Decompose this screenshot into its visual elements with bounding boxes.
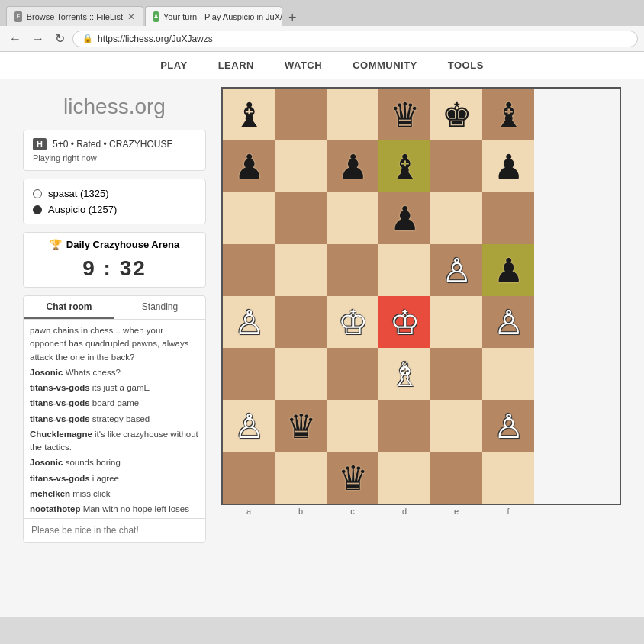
chess-square[interactable] — [223, 348, 275, 400]
back-button[interactable]: ← — [6, 31, 24, 47]
chess-piece: ♙ — [234, 407, 264, 446]
chess-square[interactable]: ♝ — [378, 140, 430, 192]
chess-square[interactable]: ♚ — [430, 89, 482, 140]
chess-square[interactable]: ♛ — [327, 452, 378, 504]
chess-square[interactable] — [223, 192, 275, 244]
chess-square[interactable] — [430, 192, 482, 244]
tab-favicon-filelist: F — [14, 11, 22, 22]
reload-button[interactable]: ↻ — [52, 30, 68, 47]
nav-play[interactable]: PLAY — [160, 60, 187, 71]
tab-filelist[interactable]: F Browse Torrents :: FileList ✕ — [6, 6, 143, 26]
playing-now: Playing right now — [33, 153, 196, 163]
chess-square[interactable]: ♔ — [378, 296, 430, 348]
chess-square[interactable] — [275, 192, 327, 244]
chess-square[interactable] — [275, 296, 327, 348]
chess-piece: ♙ — [234, 303, 264, 342]
chat-messages[interactable]: pawn chains in chess... when your oppone… — [24, 320, 205, 518]
chess-square[interactable] — [378, 244, 430, 296]
coord-b: b — [275, 505, 327, 516]
chess-square[interactable]: ♔ — [327, 296, 378, 348]
chess-piece: ♝ — [234, 95, 264, 134]
chess-square[interactable] — [327, 400, 378, 452]
arena-title: 🏆 Daily Crazyhouse Arena — [33, 239, 196, 250]
list-item: mchelken miss click — [30, 488, 199, 501]
board-coords-bottom: a b c d e f — [221, 505, 621, 516]
chess-square[interactable] — [275, 140, 327, 192]
tab-label-lichess: Your turn - Play Auspicio in JuX/A... — [163, 12, 282, 21]
chess-square[interactable]: ♟ — [482, 140, 534, 192]
chess-square[interactable] — [482, 348, 534, 400]
chess-square[interactable]: ♙ — [430, 244, 482, 296]
chess-piece: ♝ — [494, 95, 523, 134]
chess-square[interactable]: ♟ — [378, 192, 430, 244]
nav-learn[interactable]: LEARN — [218, 60, 254, 71]
game-badge: H — [33, 138, 47, 150]
coord-d: d — [378, 505, 430, 516]
chess-square[interactable]: ♙ — [223, 296, 275, 348]
players-box: spasat (1325) Auspicio (1257) — [23, 179, 206, 224]
chess-square[interactable] — [275, 348, 327, 400]
forward-button[interactable]: → — [29, 31, 47, 47]
chess-square[interactable] — [275, 89, 327, 140]
chess-square[interactable]: ♟ — [223, 140, 275, 192]
chess-square[interactable]: ♝ — [223, 89, 275, 140]
chess-square[interactable]: ♛ — [275, 400, 327, 452]
chess-square[interactable] — [430, 296, 482, 348]
new-tab-button[interactable]: + — [284, 10, 301, 26]
chess-square[interactable] — [327, 244, 378, 296]
tab-lichess[interactable]: ♟ Your turn - Play Auspicio in JuX/A... … — [145, 6, 282, 26]
chess-piece: ♛ — [390, 95, 420, 134]
board-section: ♝♛♚♝♟♟♝♟♟♙♟♙♔♔♙♗♙♛♙♛ a b c d e f — [221, 87, 621, 603]
chess-square[interactable] — [482, 192, 534, 244]
nav-tools[interactable]: TOOLS — [448, 60, 484, 71]
nav-watch[interactable]: WATCH — [285, 60, 322, 71]
chess-square[interactable]: ♛ — [378, 89, 430, 140]
chess-square[interactable] — [430, 348, 482, 400]
chess-piece: ♟ — [338, 147, 368, 186]
player-dot-white — [33, 189, 42, 198]
nav-community[interactable]: COMMUNITY — [353, 60, 417, 71]
chess-piece: ♚ — [442, 95, 472, 134]
chess-piece: ♔ — [390, 303, 420, 342]
tab-chat-room[interactable]: Chat room — [24, 296, 114, 319]
player-dot-black — [33, 205, 42, 214]
chess-square[interactable]: ♟ — [327, 140, 378, 192]
chess-square[interactable] — [275, 244, 327, 296]
coord-c: c — [327, 505, 378, 516]
chess-square[interactable] — [327, 348, 378, 400]
list-item: titans-vs-gods board game — [30, 397, 199, 410]
tab-close-filelist[interactable]: ✕ — [127, 11, 135, 22]
chess-square[interactable] — [327, 192, 378, 244]
player1-name: spasat (1325) — [48, 188, 109, 199]
coord-a: a — [223, 505, 275, 516]
chess-square[interactable] — [482, 452, 534, 504]
address-bar[interactable]: 🔒 https://lichess.org/JuXJawzs — [72, 31, 638, 47]
chess-square[interactable]: ♟ — [482, 244, 534, 296]
chess-square[interactable] — [430, 140, 482, 192]
chess-piece: ♔ — [338, 303, 368, 342]
chess-square[interactable] — [430, 400, 482, 452]
tab-standing[interactable]: Standing — [114, 296, 205, 319]
lock-icon: 🔒 — [82, 34, 93, 43]
chess-square[interactable] — [430, 452, 482, 504]
chess-square[interactable] — [378, 452, 430, 504]
site-nav: PLAY LEARN WATCH COMMUNITY TOOLS — [0, 52, 644, 79]
list-item: titans-vs-gods its just a gamE — [30, 382, 199, 394]
chess-square[interactable]: ♙ — [482, 400, 534, 452]
tab-bar: F Browse Torrents :: FileList ✕ ♟ Your t… — [0, 0, 644, 26]
chess-square[interactable]: ♙ — [482, 296, 534, 348]
chess-square[interactable] — [327, 89, 378, 140]
page: PLAY LEARN WATCH COMMUNITY TOOLS lichess… — [0, 52, 644, 617]
list-item: titans-vs-gods i agree — [30, 472, 199, 485]
chess-piece: ♙ — [494, 303, 523, 342]
chess-square[interactable] — [223, 244, 275, 296]
chess-square[interactable]: ♙ — [223, 400, 275, 452]
chess-square[interactable]: ♗ — [378, 348, 430, 400]
chess-square[interactable] — [275, 452, 327, 504]
tab-favicon-lichess: ♟ — [153, 11, 159, 22]
chess-square[interactable]: ♝ — [482, 89, 534, 140]
chess-square[interactable] — [223, 452, 275, 504]
chat-input[interactable] — [24, 518, 205, 542]
chess-square[interactable] — [378, 400, 430, 452]
chess-board[interactable]: ♝♛♚♝♟♟♝♟♟♙♟♙♔♔♙♗♙♛♙♛ — [221, 87, 621, 505]
